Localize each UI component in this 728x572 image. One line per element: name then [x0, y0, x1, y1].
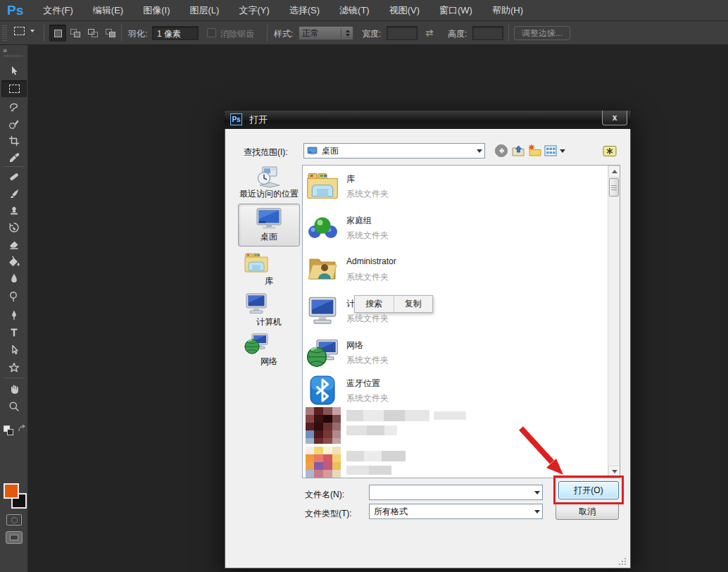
- copy-button[interactable]: 复制: [394, 296, 433, 312]
- file-name[interactable]: 库: [346, 173, 355, 185]
- up-folder-icon: [511, 144, 525, 158]
- menu-layer[interactable]: 图层(L): [180, 0, 229, 21]
- menu-view[interactable]: 视图(V): [379, 0, 429, 21]
- tool-path-selection[interactable]: [1, 342, 27, 358]
- menu-filter[interactable]: 滤镜(T): [330, 0, 379, 21]
- tool-type[interactable]: [1, 325, 27, 340]
- photoshop-logo: Ps: [7, 3, 23, 18]
- selection-mode-new-button[interactable]: [49, 25, 66, 42]
- scrollbar[interactable]: [608, 166, 620, 478]
- add-selection-icon: [70, 29, 80, 37]
- menu-file[interactable]: 文件(F): [33, 0, 83, 21]
- width-input[interactable]: [387, 26, 418, 40]
- desktop-mini-icon: [307, 147, 318, 156]
- selection-mode-add-button[interactable]: [67, 25, 84, 42]
- menu-edit[interactable]: 编辑(E): [83, 0, 133, 21]
- resize-grip[interactable]: [618, 557, 627, 566]
- sidebar-item-recent-places[interactable]: 最近访问的位置: [230, 188, 308, 200]
- file-name[interactable]: 网络: [346, 340, 363, 352]
- tool-blur[interactable]: [1, 271, 27, 286]
- menu-select[interactable]: 选择(S): [280, 0, 330, 21]
- pen-icon: [8, 309, 20, 321]
- redacted-text: [434, 411, 466, 420]
- up-one-level-button[interactable]: [510, 143, 526, 158]
- tool-rectangular-marquee[interactable]: [1, 80, 27, 97]
- tool-hand[interactable]: [1, 381, 27, 397]
- file-name[interactable]: 蓝牙位置: [346, 378, 380, 390]
- tool-lasso[interactable]: [1, 99, 27, 115]
- tool-pen[interactable]: [1, 307, 27, 323]
- file-name[interactable]: Administrator: [346, 256, 396, 266]
- collapse-panel-button[interactable]: »: [3, 46, 6, 54]
- file-type: 系统文件夹: [346, 230, 389, 242]
- tool-brush[interactable]: [1, 186, 27, 201]
- quick-mask-icon: [11, 517, 18, 523]
- new-folder-button[interactable]: [527, 143, 543, 158]
- image-preview-toggle[interactable]: [602, 143, 617, 158]
- look-in-value: 桌面: [322, 145, 339, 157]
- tool-preset-picker[interactable]: [14, 27, 34, 35]
- tool-history-brush[interactable]: [1, 220, 27, 235]
- options-grip: [2, 25, 7, 41]
- tool-clone-stamp[interactable]: [1, 203, 27, 218]
- tool-eraser[interactable]: [1, 237, 27, 252]
- foreground-color-swatch[interactable]: [4, 483, 19, 499]
- back-button[interactable]: [494, 143, 509, 158]
- scrollbar-thumb[interactable]: [609, 178, 619, 197]
- tool-eyedropper[interactable]: [1, 150, 27, 166]
- sidebar-item-libraries[interactable]: 库: [230, 275, 308, 287]
- search-button[interactable]: 搜索: [355, 296, 394, 312]
- tools-panel: »: [0, 45, 28, 572]
- tool-move[interactable]: [1, 63, 27, 79]
- chevron-down-icon: [30, 30, 34, 32]
- dialog-title-bar[interactable]: Ps 打开: [225, 111, 631, 129]
- tool-custom-shape[interactable]: [1, 360, 27, 375]
- sidebar-item-network[interactable]: 网络: [230, 356, 308, 368]
- tool-quick-selection[interactable]: [1, 116, 27, 132]
- selection-mode-intersect-button[interactable]: [102, 25, 119, 42]
- antialias-checkbox[interactable]: [207, 28, 216, 37]
- height-input[interactable]: [472, 26, 503, 40]
- sidebar-item-computer[interactable]: 计算机: [230, 316, 308, 328]
- style-select[interactable]: 正常: [299, 26, 353, 40]
- file-list[interactable]: 库 系统文件夹 家庭组 系统文件夹 Administrator 系统文件夹 计算…: [302, 165, 620, 478]
- screen-mode-button[interactable]: [6, 531, 23, 544]
- tool-healing-brush[interactable]: [1, 169, 27, 185]
- file-type: 系统文件夹: [346, 313, 389, 325]
- scroll-down-button[interactable]: [608, 466, 620, 478]
- swap-colors-icon[interactable]: [17, 424, 27, 434]
- views-menu-button[interactable]: [544, 143, 565, 158]
- scroll-up-button[interactable]: [608, 166, 620, 178]
- selection-mode-subtract-button[interactable]: [84, 25, 101, 42]
- redacted-thumbnail[interactable]: [306, 407, 341, 444]
- rectangular-marquee-icon: [9, 85, 20, 93]
- file-type-select[interactable]: 所有格式: [369, 504, 543, 519]
- desktop-icon: [256, 208, 282, 229]
- feather-input[interactable]: 1 像素: [152, 26, 199, 40]
- close-button[interactable]: x: [602, 111, 627, 125]
- panel-grip[interactable]: [4, 55, 24, 57]
- open-button[interactable]: 打开(O): [558, 481, 619, 499]
- tool-crop[interactable]: [1, 133, 27, 149]
- menu-help[interactable]: 帮助(H): [482, 0, 533, 21]
- redacted-thumbnail[interactable]: [306, 447, 341, 478]
- eyedropper-icon: [8, 152, 20, 163]
- tool-dodge[interactable]: [1, 289, 27, 304]
- menu-image[interactable]: 图像(I): [133, 0, 180, 21]
- cancel-button[interactable]: 取消: [556, 503, 619, 520]
- network-icon: [244, 332, 269, 354]
- menu-window[interactable]: 窗口(W): [429, 0, 482, 21]
- recent-places-icon: [254, 164, 282, 188]
- swap-dimensions-icon[interactable]: [424, 29, 435, 37]
- file-name-input[interactable]: [369, 485, 543, 500]
- look-in-select[interactable]: 桌面: [303, 143, 485, 158]
- tool-zoom[interactable]: [1, 399, 27, 414]
- quick-mask-button[interactable]: [6, 514, 22, 526]
- chevron-down-icon: [532, 504, 542, 518]
- file-name[interactable]: 家庭组: [346, 215, 372, 227]
- menu-type[interactable]: 文字(Y): [229, 0, 279, 21]
- refine-edge-button[interactable]: 调整边缘...: [514, 26, 570, 40]
- computer-icon: [306, 294, 339, 328]
- tool-paint-bucket[interactable]: [1, 254, 27, 269]
- style-value: 正常: [302, 27, 319, 39]
